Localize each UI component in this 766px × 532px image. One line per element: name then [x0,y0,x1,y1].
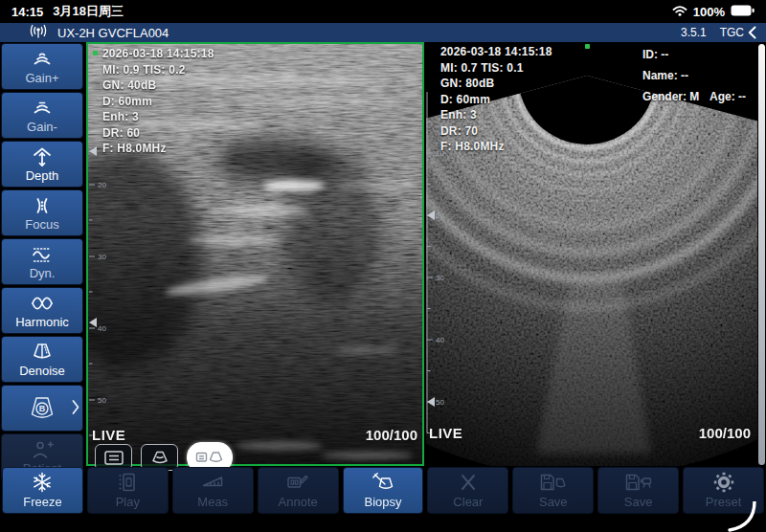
battery-percent: 100% [693,5,725,19]
annotation-pencil-icon [285,472,310,493]
toolbar-button-label: Save [539,495,568,509]
measure-button[interactable]: Meas [172,467,254,514]
patient-age: Age: -- [710,86,746,107]
live-status-label: LIVE [429,425,462,441]
sidebar-item-label: Focus [25,217,58,232]
convex-view-icon [149,450,170,466]
patient-info-block: ID: -- Name: -- Gender: M [642,44,699,107]
toolbar-button-label: Save [624,495,653,509]
cine-film-icon [116,472,139,493]
sidebar-item-label: Denoise [19,364,65,378]
patient-gender: Gender: M [642,86,699,107]
dual-view-icon [194,449,225,466]
svg-text:20: 20 [436,211,444,220]
dynamic-range-icon [31,244,54,266]
battery-icon [731,5,755,19]
info-line: D: 60mm [440,92,552,108]
sidebar-item-label: Gain- [27,120,57,134]
dynamic-range-button[interactable]: Dyn. [1,238,83,285]
info-line: F: H8.0MHz [440,139,552,155]
b-mode-button[interactable]: B [1,385,83,432]
info-line: DR: 70 [440,123,552,140]
ruler-wedge-icon [201,472,224,493]
info-line: 2026-03-18 14:15:18 [102,46,214,62]
harmonic-icon [30,293,55,315]
clear-x-icon [459,472,478,493]
info-line: D: 60mm [102,94,214,110]
play-button[interactable]: Play [87,467,169,514]
svg-text:20: 20 [98,181,106,189]
gear-icon [713,472,734,493]
toolbar-button-label: Annote [279,495,318,509]
tgc-label: TGC [720,26,744,39]
denoise-button[interactable]: Denoise [1,336,83,383]
right-ultrasound-panel[interactable]: 10 20 30 40 50 2026-03-18 14:15:18 MI: 0… [426,42,757,466]
chevron-right-icon [72,399,79,417]
svg-text:30: 30 [98,253,106,261]
save-image-button[interactable]: Save [512,467,594,514]
bottom-toolbar: Freeze Play Meas Annote Biopsy [0,467,766,514]
gain-plus-button[interactable]: Gain+ [1,43,83,90]
info-line: F: H8.0MHz [102,141,214,157]
sidebar-item-label: Depth [26,168,59,183]
gain-minus-button[interactable]: Gain- [1,92,83,139]
sidebar: Gain+ Gain- Depth Focus Dyn. [1,43,83,480]
annotate-button[interactable]: Annote [258,467,339,514]
app-version: 3.5.1 [681,26,707,39]
b-mode-letter: B [39,404,46,413]
sidebar-item-label: Dyn. [30,266,56,280]
toolbar-button-label: Meas [197,495,228,509]
info-line: GN: 80dB [440,76,552,92]
date-label: 3月18日周三 [53,3,124,20]
linear-view-icon [103,450,124,466]
focus-button[interactable]: Focus [1,189,83,236]
gain-minus-icon [31,98,54,120]
toolbar-button-label: Biopsy [364,495,401,509]
focus-icon [31,195,54,217]
patient-id: ID: -- [642,44,699,65]
device-name: UX-2H GVCFLA004 [57,26,169,40]
sidebar-item-label: Gain+ [25,71,58,85]
svg-text:50: 50 [98,396,106,405]
info-line: Enh: 3 [102,109,214,125]
patient-name: Name: -- [642,65,699,86]
frame-counter: 100/100 [699,425,751,441]
live-status-label: LIVE [92,427,125,443]
tgc-edge-scrollbar[interactable] [758,44,765,465]
harmonic-button[interactable]: Harmonic [1,287,83,334]
info-line: MI: 0.9 TIS: 0.2 [102,62,214,78]
freeze-button[interactable]: Freeze [2,467,83,514]
depth-icon [31,146,54,168]
svg-text:50: 50 [436,398,444,407]
sidebar-item-label: Harmonic [15,315,69,329]
clock: 14:15 [11,5,43,19]
frame-counter: 100/100 [366,427,417,443]
tgc-panel-toggle[interactable]: TGC [720,26,756,39]
b-mode-sector-icon: B [26,392,58,425]
svg-text:40: 40 [436,336,444,344]
orientation-marker-dot [93,51,98,55]
right-image-info: 2026-03-18 14:15:18 MI: 0.7 TIS: 0.1 GN:… [440,44,552,155]
save-video-button[interactable]: Save [597,467,679,514]
snowflake-icon [32,472,53,493]
toolbar-button-label: Play [116,495,140,509]
info-line: DR: 60 [102,125,214,142]
biopsy-needle-icon [372,472,394,493]
chevron-left-icon [748,26,756,39]
info-line: 2026-03-18 14:15:18 [440,44,552,60]
ultrasound-app-screen: 14:15 3月18日周三 100% UX-2H GVCFLA004 3.5.1… [0,0,766,532]
left-ultrasound-panel[interactable]: 10 20 30 40 50 2026-03-18 14:15:18 MI: 0… [86,42,424,466]
wifi-icon [672,5,687,19]
info-line: Enh: 3 [440,107,552,123]
title-bar: UX-2H GVCFLA004 3.5.1 TGC [0,23,766,42]
svg-text:30: 30 [436,274,444,282]
left-image-info: 2026-03-18 14:15:18 MI: 0.9 TIS: 0.2 GN:… [102,46,214,157]
denoise-icon [30,342,55,364]
patient-icon [30,439,55,461]
save-video-icon [624,472,653,493]
depth-button[interactable]: Depth [1,141,83,188]
clear-button[interactable]: Clear [427,467,508,514]
biopsy-button[interactable]: Biopsy [343,467,424,514]
gain-plus-icon [31,49,54,71]
orientation-marker-dot [585,44,590,49]
